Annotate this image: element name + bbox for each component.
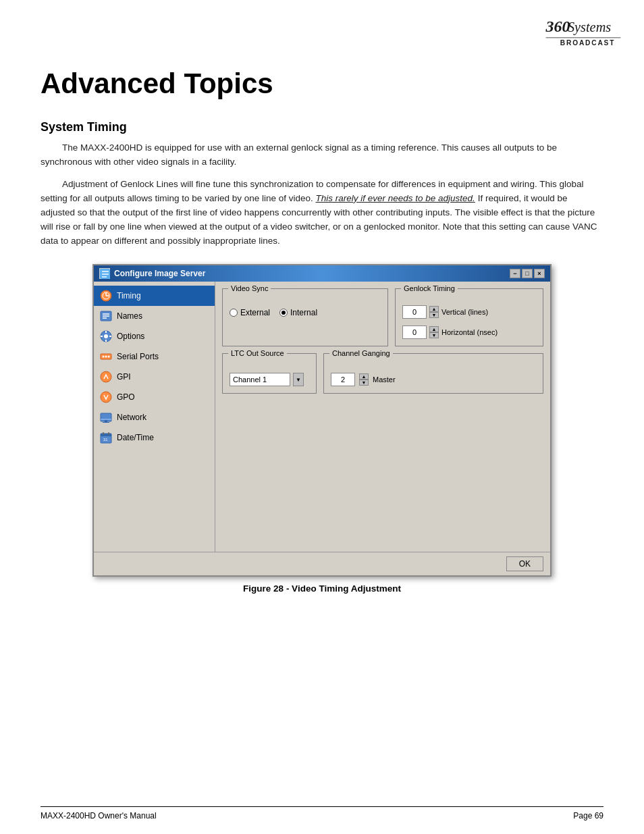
- vertical-input[interactable]: [402, 305, 427, 319]
- figure-caption: Figure 28 - Video Timing Adjustment: [243, 583, 401, 594]
- sidebar-item-network[interactable]: Network: [94, 407, 215, 427]
- bottom-field-row: LTC Out Source ▼ Channel Ganging: [222, 353, 543, 394]
- svg-rect-6: [102, 273, 109, 275]
- svg-text:31: 31: [103, 438, 108, 442]
- ltc-select[interactable]: [230, 373, 290, 386]
- svg-text:BROADCAST: BROADCAST: [560, 39, 615, 47]
- names-icon: [99, 309, 113, 323]
- page-footer: MAXX-2400HD Owner's Manual Page 69: [41, 806, 603, 820]
- figure-container: Configure Image Server − □ × Timing: [41, 264, 603, 594]
- svg-rect-7: [102, 276, 107, 278]
- internal-radio[interactable]: Internal: [279, 308, 317, 317]
- horizontal-down-btn[interactable]: ▼: [429, 332, 439, 338]
- sidebar-label-timing: Timing: [117, 291, 141, 301]
- sidebar-item-gpi[interactable]: GPI: [94, 367, 215, 387]
- sidebar-label-datetime: Date/Time: [117, 433, 154, 442]
- sidebar-label-serial-ports: Serial Ports: [117, 352, 159, 361]
- svg-rect-34: [103, 432, 104, 435]
- svg-point-24: [105, 356, 107, 358]
- serial-ports-icon: [99, 350, 113, 363]
- internal-radio-circle[interactable]: [279, 309, 288, 317]
- vertical-down-btn[interactable]: ▼: [429, 312, 439, 318]
- svg-rect-5: [102, 271, 109, 272]
- sidebar-label-names: Names: [117, 311, 142, 321]
- sidebar-item-timing[interactable]: Timing: [94, 286, 215, 306]
- svg-rect-31: [103, 422, 109, 423]
- channel-master-label: Master: [373, 375, 396, 384]
- video-sync-radios: External Internal: [230, 308, 381, 317]
- paragraph-1: The MAXX-2400HD is equipped for use with…: [41, 141, 603, 170]
- sidebar-item-names[interactable]: Names: [94, 306, 215, 326]
- channel-ganging-group: Channel Ganging ▲ ▼ Master: [323, 353, 543, 394]
- logo-area: 360 Systems BROADCAST: [543, 14, 624, 53]
- vertical-spinner-btns: ▲ ▼: [429, 306, 439, 318]
- sidebar-item-gpo[interactable]: GPO: [94, 387, 215, 407]
- channel-ganging-legend: Channel Ganging: [329, 349, 393, 357]
- sidebar-label-gpi: GPI: [117, 372, 131, 382]
- sidebar-item-options[interactable]: Options: [94, 326, 215, 346]
- dialog-sidebar: Timing Names Options: [94, 282, 215, 552]
- horizontal-up-btn[interactable]: ▲: [429, 326, 439, 332]
- section-heading: System Timing: [41, 120, 603, 134]
- channel-down-btn[interactable]: ▼: [359, 380, 369, 386]
- channel-up-btn[interactable]: ▲: [359, 373, 369, 380]
- sidebar-item-datetime[interactable]: 31 Date/Time: [94, 427, 215, 448]
- timing-icon: [99, 289, 113, 303]
- dialog-footer: OK: [94, 552, 550, 575]
- video-sync-legend: Video Sync: [228, 284, 271, 292]
- svg-point-25: [108, 356, 110, 358]
- gpi-icon: [99, 370, 113, 384]
- video-sync-group: Video Sync External Internal: [222, 288, 388, 346]
- sidebar-label-options: Options: [117, 332, 144, 341]
- page-title: Advanced Topics: [41, 68, 603, 100]
- footer-left: MAXX-2400HD Owner's Manual: [41, 811, 157, 820]
- paragraph-2: Adjustment of Genlock Lines will fine tu…: [41, 178, 603, 249]
- external-label: External: [240, 308, 270, 317]
- sidebar-label-gpo: GPO: [117, 392, 135, 402]
- svg-rect-30: [105, 420, 107, 422]
- dialog-content: Video Sync External Internal: [215, 282, 550, 552]
- external-radio-circle[interactable]: [230, 309, 238, 317]
- titlebar-icon: [99, 268, 110, 279]
- svg-point-23: [103, 356, 105, 358]
- channel-input[interactable]: [331, 373, 355, 386]
- ok-button[interactable]: OK: [506, 556, 543, 571]
- minimize-button[interactable]: −: [510, 269, 520, 278]
- network-icon: [99, 411, 113, 424]
- gpo-icon: [99, 390, 113, 404]
- company-logo: 360 Systems BROADCAST: [543, 14, 624, 51]
- svg-point-17: [104, 334, 108, 338]
- sidebar-label-network: Network: [117, 413, 146, 422]
- svg-text:360: 360: [545, 18, 570, 35]
- vertical-label: Vertical (lines): [441, 308, 488, 316]
- horizontal-input[interactable]: [402, 325, 427, 339]
- close-button[interactable]: ×: [534, 269, 545, 278]
- svg-point-27: [101, 392, 111, 402]
- internal-label: Internal: [290, 308, 317, 317]
- svg-text:Systems: Systems: [568, 20, 611, 35]
- datetime-icon: 31: [99, 431, 113, 444]
- ltc-dropdown-arrow[interactable]: ▼: [293, 373, 304, 386]
- horizontal-label: Horizontal (nsec): [441, 328, 498, 336]
- titlebar-controls[interactable]: − □ ×: [510, 269, 545, 278]
- horizontal-spinner-row: ▲ ▼ Horizontal (nsec): [402, 325, 536, 339]
- horizontal-spinner-btns: ▲ ▼: [429, 326, 439, 338]
- dialog-titlebar: Configure Image Server − □ ×: [94, 265, 550, 282]
- dialog-title: Configure Image Server: [114, 269, 205, 278]
- genlock-timing-legend: Genlock Timing: [401, 284, 458, 292]
- channel-spinner-btns: ▲ ▼: [359, 373, 369, 386]
- sidebar-item-serial-ports[interactable]: Serial Ports: [94, 346, 215, 367]
- vertical-spinner-row: ▲ ▼ Vertical (lines): [402, 305, 536, 319]
- options-icon: [99, 330, 113, 343]
- vertical-up-btn[interactable]: ▲: [429, 306, 439, 312]
- channel-ganging-row: ▲ ▼ Master: [331, 373, 536, 386]
- page: 360 Systems BROADCAST Advanced Topics Sy…: [0, 0, 644, 834]
- ltc-out-source-group: LTC Out Source ▼: [222, 353, 317, 394]
- dialog-window: Configure Image Server − □ × Timing: [92, 264, 552, 577]
- ltc-legend: LTC Out Source: [228, 349, 287, 357]
- dialog-body: Timing Names Options: [94, 282, 550, 552]
- ltc-select-row: ▼: [230, 373, 309, 386]
- top-field-row: Video Sync External Internal: [222, 288, 543, 346]
- maximize-button[interactable]: □: [522, 269, 533, 278]
- external-radio[interactable]: External: [230, 308, 270, 317]
